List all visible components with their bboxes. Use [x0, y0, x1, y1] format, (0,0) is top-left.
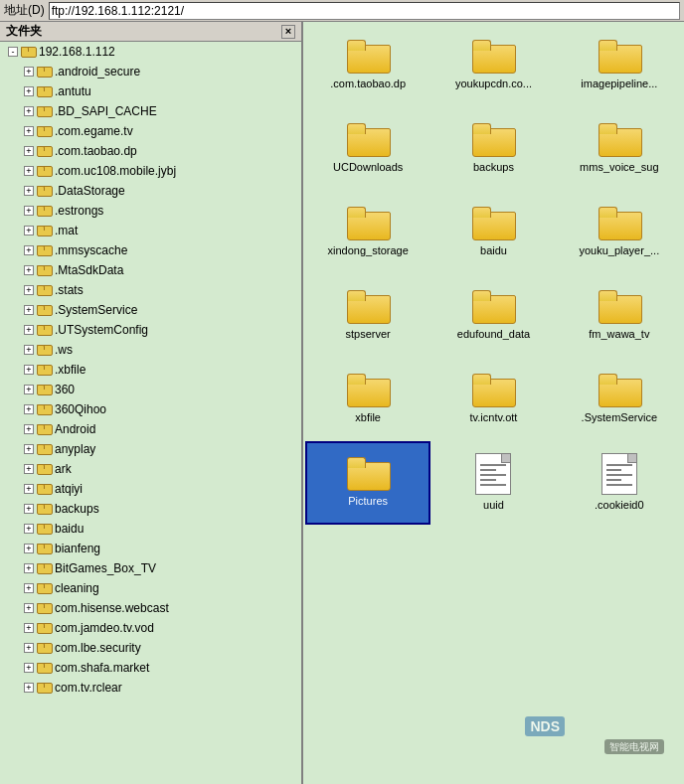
file-item-com-taobao-dp[interactable]: .com.taobao.dp [307, 26, 428, 105]
file-tree-content[interactable]: - 192.168.1.112 + .android_secure + .ant… [0, 42, 301, 784]
expander-bianfeng[interactable]: + [24, 544, 34, 553]
tree-item-mtasdkdata[interactable]: + .MtaSdkData [0, 260, 301, 280]
file-item-youku-player[interactable]: youku_player_... [559, 193, 680, 272]
tree-item-com-hisense[interactable]: + com.hisense.webcast [0, 598, 301, 618]
expander-utsystemconfig[interactable]: + [24, 325, 34, 335]
tree-item-backups[interactable]: + backups [0, 499, 301, 519]
tree-item-bd-sapi[interactable]: + .BD_SAPI_CACHE [0, 101, 301, 121]
file-grid-panel[interactable]: .com.taobao.dp youkupcdn.co... imagepipe… [303, 22, 684, 784]
file-item-baidu[interactable]: baidu [432, 193, 554, 272]
tree-item-com-lbe[interactable]: + com.lbe.security [0, 638, 301, 658]
tree-item-baidu[interactable]: + baidu [0, 519, 301, 539]
expander-root[interactable]: - [8, 47, 18, 57]
file-item-stpserver[interactable]: stpserver [307, 276, 428, 356]
expander-atqiyi[interactable]: + [24, 484, 34, 494]
tree-item-antutu[interactable]: + .antutu [0, 81, 301, 101]
file-tree-close-button[interactable]: × [281, 25, 295, 39]
expander-com-tv-rclear[interactable]: + [24, 683, 34, 693]
file-item-cookieid0[interactable]: .cookieid0 [559, 443, 680, 523]
tree-item-mat[interactable]: + .mat [0, 221, 301, 240]
folder-icon [36, 362, 52, 378]
tree-label: com.jamdeo.tv.vod [55, 619, 154, 637]
file-tree-header-label: 文件夹 [6, 23, 42, 40]
tree-item-com-uc108[interactable]: + .com.uc108.mobile.jybj [0, 161, 301, 181]
tree-item-com-tv-rclear[interactable]: + com.tv.rclear [0, 678, 301, 698]
expander-bd-sapi[interactable]: + [24, 106, 34, 116]
tree-label: com.tv.rclear [55, 679, 122, 697]
tree-item-ark[interactable]: + ark [0, 459, 301, 479]
expander-360qihoo[interactable]: + [24, 404, 34, 414]
expander-com-uc108[interactable]: + [24, 166, 34, 176]
folder-icon-large [347, 207, 389, 240]
expander-com-lbe[interactable]: + [24, 643, 34, 653]
tree-item-datastorage[interactable]: + .DataStorage [0, 181, 301, 201]
expander-com-jamdeo[interactable]: + [24, 623, 34, 633]
file-item-imagepipeline[interactable]: imagepipeline... [559, 26, 680, 105]
expander-com-taobao[interactable]: + [24, 146, 34, 156]
expander-360[interactable]: + [24, 385, 34, 394]
file-item-ucdownloads[interactable]: UCDownloads [307, 109, 428, 189]
expander-anyplay[interactable]: + [24, 444, 34, 454]
address-input[interactable] [49, 2, 680, 20]
expander-mtasdkdata[interactable]: + [24, 265, 34, 275]
expander-backups[interactable]: + [24, 504, 34, 514]
file-item-xindong-storage[interactable]: xindong_storage [307, 193, 428, 272]
tree-item-root[interactable]: - 192.168.1.112 [0, 42, 301, 62]
tree-item-ws[interactable]: + .ws [0, 340, 301, 360]
expander-ws[interactable]: + [24, 345, 34, 355]
file-item-pictures[interactable]: Pictures [307, 443, 428, 523]
doc-icon-large [475, 453, 511, 495]
tree-item-com-shafa[interactable]: + com.shafa.market [0, 658, 301, 678]
expander-stats[interactable]: + [24, 285, 34, 295]
file-item-uuid[interactable]: uuid [432, 443, 554, 523]
expander-datastorage[interactable]: + [24, 186, 34, 196]
folder-icon-large [472, 207, 514, 240]
expander-mat[interactable]: + [24, 226, 34, 235]
tree-item-bianfeng[interactable]: + bianfeng [0, 539, 301, 558]
folder-icon-large [598, 207, 640, 240]
expander-com-shafa[interactable]: + [24, 663, 34, 673]
file-item-xbfile[interactable]: xbfile [307, 360, 428, 439]
file-item-youkupcdn[interactable]: youkupcdn.co... [432, 26, 554, 105]
tree-item-xbfile[interactable]: + .xbfile [0, 360, 301, 380]
tree-item-mmsyscache[interactable]: + .mmsyscache [0, 240, 301, 260]
tree-item-stats[interactable]: + .stats [0, 280, 301, 300]
tree-item-com-jamdeo[interactable]: + com.jamdeo.tv.vod [0, 618, 301, 638]
expander-bitgames[interactable]: + [24, 563, 34, 573]
tree-item-cleaning[interactable]: + cleaning [0, 578, 301, 598]
expander-systemservice[interactable]: + [24, 305, 34, 315]
file-item-systemservice-grid[interactable]: .SystemService [559, 360, 680, 439]
tree-item-360[interactable]: + 360 [0, 380, 301, 399]
expander-com-hisense[interactable]: + [24, 603, 34, 613]
expander-baidu[interactable]: + [24, 524, 34, 534]
folder-icon [36, 501, 52, 517]
expander-android-secure[interactable]: + [24, 67, 34, 77]
tree-item-utsystemconfig[interactable]: + .UTSystemConfig [0, 320, 301, 340]
file-item-edufound-data[interactable]: edufound_data [432, 276, 554, 356]
file-item-mms-voice-sug[interactable]: mms_voice_sug [559, 109, 680, 189]
expander-android[interactable]: + [24, 424, 34, 434]
file-item-fm-wawa-tv[interactable]: fm_wawa_tv [559, 276, 680, 356]
folder-icon [36, 660, 52, 676]
tree-label: .ws [55, 341, 73, 359]
expander-antutu[interactable]: + [24, 86, 34, 96]
expander-com-egame[interactable]: + [24, 126, 34, 136]
expander-ark[interactable]: + [24, 464, 34, 474]
tree-item-360qihoo[interactable]: + 360Qihoo [0, 399, 301, 419]
file-item-backups[interactable]: backups [432, 109, 554, 189]
tree-item-atqiyi[interactable]: + atqiyi [0, 479, 301, 499]
expander-cleaning[interactable]: + [24, 583, 34, 593]
expander-xbfile[interactable]: + [24, 365, 34, 375]
tree-item-android-secure[interactable]: + .android_secure [0, 62, 301, 81]
tree-item-systemservice[interactable]: + .SystemService [0, 300, 301, 320]
tree-item-com-egame[interactable]: + .com.egame.tv [0, 121, 301, 141]
tree-item-com-taobao[interactable]: + .com.taobao.dp [0, 141, 301, 161]
expander-estrongs[interactable]: + [24, 206, 34, 216]
file-item-tv-icntv-ott[interactable]: tv.icntv.ott [432, 360, 554, 439]
expander-mmsyscache[interactable]: + [24, 245, 34, 255]
tree-item-anyplay[interactable]: + anyplay [0, 439, 301, 459]
tree-item-estrongs[interactable]: + .estrongs [0, 201, 301, 221]
tree-item-android[interactable]: + Android [0, 419, 301, 439]
tree-label: ark [55, 460, 72, 478]
tree-item-bitgames[interactable]: + BitGames_Box_TV [0, 558, 301, 578]
